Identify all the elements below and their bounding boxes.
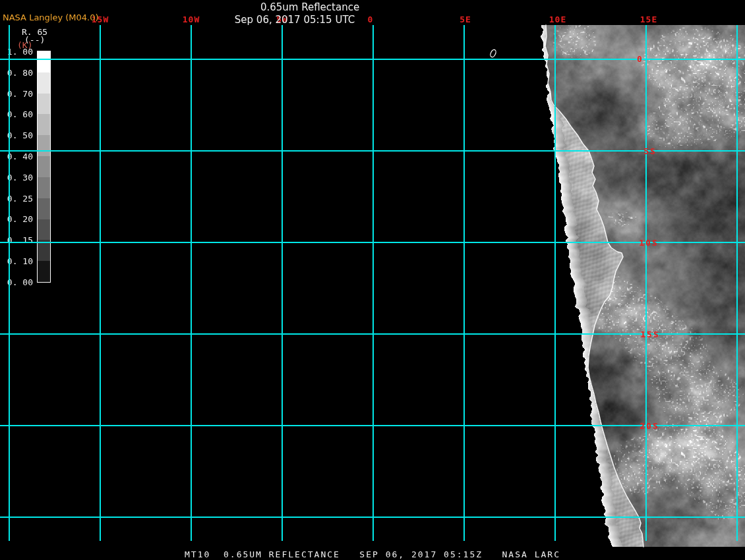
colorbar-tick: 0. 25 xyxy=(1,193,33,203)
longitude-label: 10W xyxy=(183,14,200,24)
gridline-horizontal xyxy=(0,517,745,518)
gridline-vertical xyxy=(191,25,192,541)
colorbar-step xyxy=(38,94,50,115)
longitude-label: 15E xyxy=(640,14,657,24)
gridline-vertical xyxy=(736,25,738,541)
colorbar-tick: 0. 30 xyxy=(1,172,33,182)
coastline-path xyxy=(545,25,643,547)
product-datetime: Sep 06, 2017 05:15 UTC xyxy=(235,14,355,26)
colorbar-tick: 0. 50 xyxy=(1,130,33,140)
colorbar-step xyxy=(38,156,50,177)
latitude-label: 0 xyxy=(637,54,643,64)
footer-caption: MT10 0.65UM REFLECTANCE SEP 06, 2017 05:… xyxy=(185,549,560,559)
colorbar-step xyxy=(38,198,50,219)
latitude-label: 5S xyxy=(643,146,657,156)
gridline-vertical xyxy=(554,25,556,541)
colorbar-step xyxy=(38,240,50,261)
colorbar-tick: 0. 10 xyxy=(1,256,33,266)
colorbar-tick: 0. 20 xyxy=(1,214,33,224)
longitude-label: 5E xyxy=(460,14,471,24)
colorbar-tick: 0. 70 xyxy=(1,88,33,98)
colorbar-step xyxy=(38,261,50,282)
gridline-vertical xyxy=(9,25,10,541)
longitude-label: 0 xyxy=(368,14,374,24)
gridline-vertical xyxy=(645,25,647,541)
latitude-label: 10S xyxy=(639,238,658,248)
gridline-horizontal xyxy=(0,425,745,426)
colorbar-step xyxy=(38,219,50,240)
colorbar-step xyxy=(38,177,50,198)
longitude-label: 10E xyxy=(549,14,566,24)
gridline-vertical xyxy=(463,25,465,541)
colorbar-bar xyxy=(37,51,51,283)
colorbar-step xyxy=(38,72,50,94)
gridline-horizontal xyxy=(0,242,745,243)
colorbar-step xyxy=(38,114,50,135)
colorbar-tick: 0. 80 xyxy=(1,67,33,77)
satellite-product-view: 15W10W5W05E10E15E05S10S15S20S R. 65 (--)… xyxy=(0,0,745,560)
credit-label: NASA Langley (M04.0) xyxy=(3,13,99,22)
colorbar-tick: 0. 60 xyxy=(1,109,33,119)
gridline-vertical xyxy=(372,25,374,541)
latitude-label: 20S xyxy=(640,421,659,431)
colorbar-tick: 0. 40 xyxy=(1,152,33,161)
colorbar-tick: 0. 15 xyxy=(1,235,33,245)
gridline-horizontal xyxy=(0,333,745,335)
colorbar-step xyxy=(38,51,50,72)
gridline-vertical xyxy=(100,25,101,541)
product-title: 0.65um Reflectance xyxy=(260,1,359,13)
latitude-label: 15S xyxy=(640,329,659,339)
colorbar-tick: 0. 00 xyxy=(1,277,33,287)
gridline-vertical xyxy=(282,25,283,541)
colorbar-units-alt: (K) xyxy=(17,40,32,50)
gridline-horizontal xyxy=(0,150,745,152)
colorbar-step xyxy=(38,135,50,156)
gridline-horizontal xyxy=(0,59,745,60)
island-outline-icon xyxy=(489,49,496,58)
